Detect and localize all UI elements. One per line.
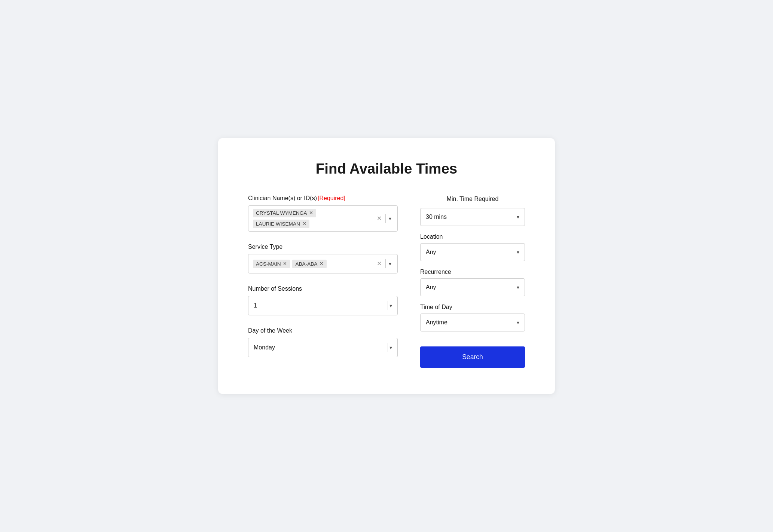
left-column: Clinician Name(s) or ID(s)[Required] CRY… xyxy=(248,195,398,367)
sessions-field-group: Number of Sessions 1 ▾ xyxy=(248,285,398,315)
recurrence-select-box[interactable]: Any ▾ xyxy=(420,278,525,296)
day-of-week-chevron-down-icon[interactable]: ▾ xyxy=(389,345,392,351)
service-type-clear-button[interactable]: ✕ xyxy=(375,261,384,267)
clinician-select-box[interactable]: CRYSTAL WYMENGA ✕ LAURIE WISEMAN ✕ ✕ ▾ xyxy=(248,205,398,232)
sessions-chevron-down-icon[interactable]: ▾ xyxy=(389,303,392,309)
clinician-tags-area: CRYSTAL WYMENGA ✕ LAURIE WISEMAN ✕ xyxy=(253,209,372,228)
min-time-label: Min. Time Required xyxy=(420,195,525,203)
clinician-label: Clinician Name(s) or ID(s)[Required] xyxy=(248,195,398,202)
sessions-select-box[interactable]: 1 ▾ xyxy=(248,296,398,315)
service-type-field-group: Service Type ACS-MAIN ✕ ABA-ABA ✕ ✕ xyxy=(248,244,398,273)
day-of-week-divider xyxy=(388,343,388,352)
sessions-divider xyxy=(388,301,388,310)
clinician-field-group: Clinician Name(s) or ID(s)[Required] CRY… xyxy=(248,195,398,232)
service-type-tag-acs-label: ACS-MAIN xyxy=(256,261,281,267)
location-select-box[interactable]: Any ▾ xyxy=(420,243,525,261)
min-time-chevron-down-icon[interactable]: ▾ xyxy=(517,214,519,220)
required-indicator: [Required] xyxy=(318,195,345,201)
recurrence-value: Any xyxy=(426,284,436,291)
service-type-divider xyxy=(385,259,386,268)
service-type-tag-aba[interactable]: ABA-ABA ✕ xyxy=(292,260,327,268)
min-time-select-box[interactable]: 30 mins ▾ xyxy=(420,208,525,226)
day-of-week-value: Monday xyxy=(254,344,275,351)
time-of-day-field-group: Time of Day Anytime ▾ xyxy=(420,304,525,331)
service-type-tags-area: ACS-MAIN ✕ ABA-ABA ✕ xyxy=(253,260,372,268)
time-of-day-chevron-down-icon[interactable]: ▾ xyxy=(517,319,519,325)
service-type-tag-aba-remove[interactable]: ✕ xyxy=(320,262,324,266)
recurrence-label: Recurrence xyxy=(420,269,525,275)
clinician-tag-crystal[interactable]: CRYSTAL WYMENGA ✕ xyxy=(253,209,316,217)
main-card: Find Available Times Clinician Name(s) o… xyxy=(218,138,555,394)
time-of-day-label: Time of Day xyxy=(420,304,525,311)
location-label: Location xyxy=(420,233,525,240)
clinician-chevron-down-icon[interactable]: ▾ xyxy=(387,215,393,221)
location-field-group: Location Any ▾ xyxy=(420,233,525,261)
clinician-divider xyxy=(385,214,386,223)
clinician-tag-laurie[interactable]: LAURIE WISEMAN ✕ xyxy=(253,220,309,228)
location-value: Any xyxy=(426,249,436,256)
recurrence-chevron-down-icon[interactable]: ▾ xyxy=(517,284,519,290)
min-time-value: 30 mins xyxy=(426,214,447,220)
page-title: Find Available Times xyxy=(248,160,525,177)
time-of-day-select-box[interactable]: Anytime ▾ xyxy=(420,314,525,331)
form-layout: Clinician Name(s) or ID(s)[Required] CRY… xyxy=(248,195,525,367)
clinician-tag-laurie-label: LAURIE WISEMAN xyxy=(256,221,300,227)
day-of-week-label: Day of the Week xyxy=(248,327,398,334)
service-type-tag-aba-label: ABA-ABA xyxy=(295,261,317,267)
clinician-tag-crystal-label: CRYSTAL WYMENGA xyxy=(256,210,307,216)
service-type-label: Service Type xyxy=(248,244,398,250)
time-of-day-value: Anytime xyxy=(426,319,447,326)
sessions-select-controls: ▾ xyxy=(383,301,392,310)
day-of-week-select-box[interactable]: Monday ▾ xyxy=(248,338,398,357)
service-type-select-box[interactable]: ACS-MAIN ✕ ABA-ABA ✕ ✕ ▾ xyxy=(248,254,398,273)
service-type-tag-acs-remove[interactable]: ✕ xyxy=(283,262,287,266)
sessions-label: Number of Sessions xyxy=(248,285,398,292)
min-time-field-group: Min. Time Required 30 mins ▾ xyxy=(420,195,525,226)
day-of-week-select-controls: ▾ xyxy=(383,343,392,352)
search-button[interactable]: Search xyxy=(420,346,525,368)
location-chevron-down-icon[interactable]: ▾ xyxy=(517,249,519,255)
service-type-tag-acs[interactable]: ACS-MAIN ✕ xyxy=(253,260,290,268)
service-type-select-controls: ✕ ▾ xyxy=(372,259,393,268)
day-of-week-field-group: Day of the Week Monday ▾ xyxy=(248,327,398,357)
clinician-select-controls: ✕ ▾ xyxy=(372,214,393,223)
sessions-value: 1 xyxy=(254,302,257,309)
recurrence-field-group: Recurrence Any ▾ xyxy=(420,269,525,296)
clinician-tag-crystal-remove[interactable]: ✕ xyxy=(309,211,313,215)
clinician-clear-button[interactable]: ✕ xyxy=(375,215,384,221)
right-column: Min. Time Required 30 mins ▾ Location An… xyxy=(420,195,525,367)
service-type-chevron-down-icon[interactable]: ▾ xyxy=(387,261,393,267)
clinician-tag-laurie-remove[interactable]: ✕ xyxy=(302,221,306,226)
